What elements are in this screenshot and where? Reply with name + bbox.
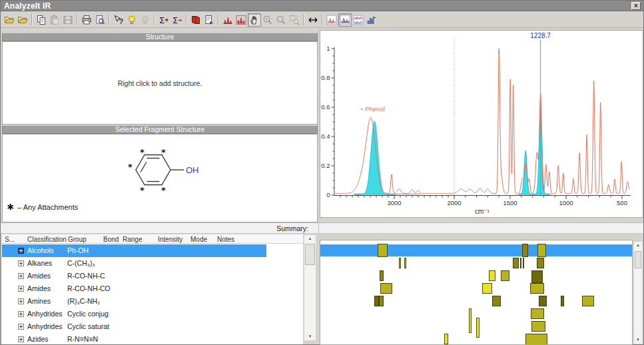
expand-icon[interactable] [18,286,24,292]
open-spectrum-icon[interactable] [3,13,16,27]
export-chart-icon[interactable] [365,13,378,27]
band-marker[interactable] [444,334,448,344]
band-marker[interactable] [380,270,384,281]
table-scrollbar-thumb[interactable] [305,244,315,265]
summary-chart-panel[interactable] [320,240,633,345]
column-header-notes[interactable]: Notes [217,236,234,243]
summary-selected-row-highlight[interactable] [320,244,632,256]
reference-book-icon[interactable] [189,13,202,27]
band-marker[interactable] [520,258,521,268]
band-marker[interactable] [537,244,546,257]
band-marker[interactable] [469,308,472,333]
band-marker[interactable] [513,258,519,268]
group-cell: Ph-OH [67,246,89,254]
band-marker[interactable] [539,296,547,306]
band-marker[interactable] [374,296,379,306]
band-marker[interactable] [531,270,543,283]
table-row[interactable]: AlkanesC-(CH₃)₃ [2,257,266,270]
band-marker[interactable] [525,334,547,345]
ir-spectrum-chart[interactable]: 1228.7~ Phenol00.20.40.60.81300020001500… [320,31,643,217]
column-header-intensity[interactable]: Intensity [158,236,182,243]
band-marker[interactable] [523,258,524,268]
band-marker[interactable] [537,258,544,268]
column-header-bond[interactable]: Bond [103,236,119,243]
summary-scroll-down-icon[interactable]: ▼ [634,336,642,344]
summary-scrollbar[interactable]: ▲ ▼ [633,241,643,344]
column-header-group[interactable]: Group [68,236,87,243]
svg-text:0.4: 0.4 [321,133,330,140]
title-bar[interactable]: AnalyzeIt IR × [1,1,643,11]
table-row[interactable]: Amines(R)₃C-NH₂ [2,295,266,308]
band-marker[interactable] [378,244,388,257]
paste-icon [48,13,61,27]
scroll-up-icon[interactable]: ▲ [304,235,316,242]
expand-icon[interactable] [18,248,24,254]
column-header-range[interactable]: Range [123,236,142,243]
copy-icon[interactable] [35,13,48,27]
table-row[interactable]: AnhydridesCyclic saturat [2,320,266,333]
x-axis-label: cm⁻¹ [475,208,490,215]
clear-assign-icon[interactable]: Σ [170,13,184,27]
close-icon[interactable]: × [631,2,641,10]
export-report-icon[interactable] [202,13,216,27]
table-row[interactable]: AzidesR-N=N≡N [2,333,266,344]
expand-icon[interactable] [18,298,24,304]
column-header-classification[interactable]: Classification [27,236,67,243]
svg-text:0.6: 0.6 [321,103,330,111]
summary-scrollbar-thumb[interactable] [635,251,641,268]
band-marker[interactable] [492,296,501,306]
structure-canvas[interactable]: Right click to add structure. [2,41,318,125]
column-header-s[interactable]: S... [5,236,15,243]
spectrum-panel[interactable]: 1228.7~ Phenol00.20.40.60.81300020001500… [320,30,643,218]
table-row[interactable]: AmidesR-CO-NH-C [2,270,266,282]
asterisk-glyph: ∗ [7,201,15,212]
expand-icon[interactable] [18,336,24,342]
context-help-icon[interactable]: ? [112,13,125,27]
save-icon [61,13,75,27]
view-overlay-icon[interactable] [338,13,352,27]
band-marker[interactable] [582,296,594,306]
band-marker[interactable] [531,308,544,319]
svg-text:*: * [128,162,133,172]
fragment-panel-title: Selected Fragment Structure [115,125,204,133]
band-marker[interactable] [531,321,545,332]
scroll-down-icon[interactable]: ▼ [304,333,316,340]
classification-cell: Amides [27,272,51,280]
summary-scroll-up-icon[interactable]: ▲ [634,242,642,249]
band-marker[interactable] [399,258,401,268]
print-preview-icon[interactable] [93,13,107,27]
band-marker[interactable] [404,258,406,268]
table-row[interactable]: AmidesR-CO-NH-CO [2,282,266,295]
full-range-icon[interactable] [306,13,320,27]
peak-regions-icon[interactable] [234,13,248,27]
view-spectrum-icon[interactable] [325,13,338,27]
svg-text:*: * [161,147,166,157]
pan-hand-icon[interactable] [248,13,261,27]
peaks-icon[interactable] [221,13,234,27]
band-marker[interactable] [379,296,384,306]
band-marker[interactable] [530,283,544,294]
hint-on-icon[interactable] [125,13,139,27]
view-stack-icon[interactable] [352,13,365,27]
band-marker[interactable] [482,283,492,294]
print-icon[interactable] [80,13,93,27]
expand-icon[interactable] [18,273,24,279]
band-marker[interactable] [476,318,480,338]
band-marker[interactable] [501,270,509,281]
zoom-region-icon [288,13,301,27]
table-row[interactable]: AlcoholsPh-OH [2,244,266,257]
table-row[interactable]: AnhydridesCyclic conjug [2,308,266,320]
expand-icon[interactable] [18,311,24,317]
band-marker[interactable] [561,296,564,306]
band-marker[interactable] [522,244,528,257]
band-marker[interactable] [380,283,392,294]
expand-icon[interactable] [18,324,24,330]
column-header-mode[interactable]: Mode [190,236,207,243]
table-scrollbar[interactable]: ▲ ▼ [304,234,316,341]
toolbar: ?ΣΣ [1,12,643,28]
open-structure-icon[interactable] [16,13,29,27]
band-marker[interactable] [489,270,495,281]
expand-icon[interactable] [18,260,24,266]
auto-assign-icon[interactable]: Σ [157,13,170,27]
fragment-canvas[interactable]: OH ** * ** ∗ – Any Attachments [2,134,318,222]
